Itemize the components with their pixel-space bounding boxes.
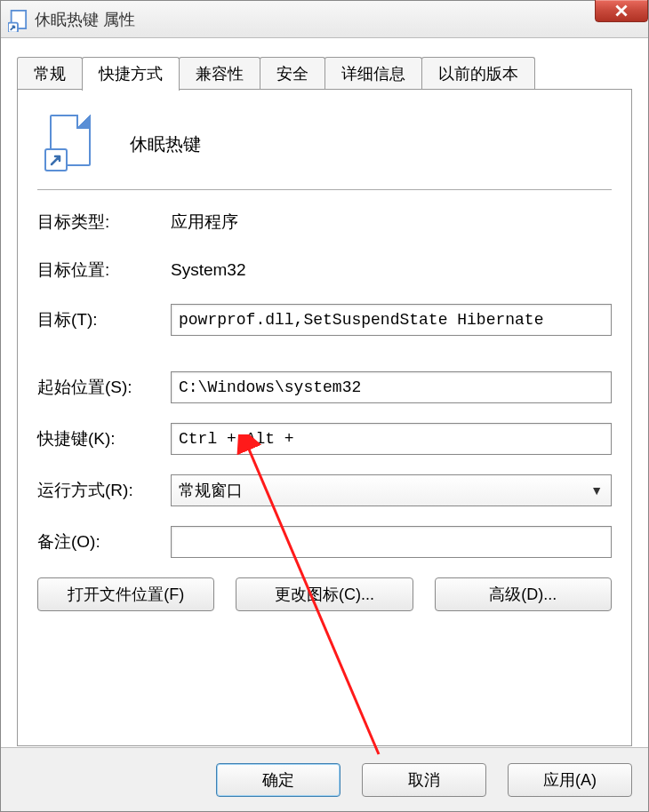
tab-general[interactable]: 常规 <box>17 57 83 90</box>
properties-dialog: 休眠热键 属性 常规 快捷方式 兼容性 安全 详细信息 以前的版本 休眠热键 目… <box>0 0 649 812</box>
tab-previous[interactable]: 以前的版本 <box>421 57 535 90</box>
titlebar: 休眠热键 属性 <box>1 1 648 38</box>
value-target-location: System32 <box>171 260 612 280</box>
label-shortcut-key: 快捷键(K): <box>37 427 171 450</box>
shortcut-header: 休眠热键 <box>37 115 612 190</box>
tab-security[interactable]: 安全 <box>260 57 325 90</box>
start-in-input[interactable] <box>171 371 612 403</box>
label-start-in: 起始位置(S): <box>37 376 171 399</box>
shortcut-key-input[interactable] <box>171 423 612 455</box>
ok-button[interactable]: 确定 <box>216 763 341 797</box>
label-target: 目标(T): <box>37 308 171 331</box>
change-icon-button[interactable]: 更改图标(C)... <box>236 577 413 611</box>
dialog-footer: 确定 取消 应用(A) <box>1 747 648 811</box>
tab-shortcut[interactable]: 快捷方式 <box>82 57 180 91</box>
close-button[interactable] <box>595 0 648 22</box>
tab-compat[interactable]: 兼容性 <box>179 57 260 90</box>
target-input[interactable] <box>171 304 612 336</box>
apply-button[interactable]: 应用(A) <box>508 763 632 797</box>
label-run: 运行方式(R): <box>37 479 171 502</box>
window-icon <box>8 10 28 29</box>
open-file-location-button[interactable]: 打开文件位置(F) <box>37 577 214 611</box>
value-target-type: 应用程序 <box>171 211 612 234</box>
comment-input[interactable] <box>171 526 612 558</box>
label-comment: 备注(O): <box>37 530 171 553</box>
advanced-button[interactable]: 高级(D)... <box>435 577 612 611</box>
label-target-type: 目标类型: <box>37 211 171 234</box>
tab-details[interactable]: 详细信息 <box>324 57 422 90</box>
cancel-button[interactable]: 取消 <box>362 763 486 797</box>
tab-panel: 休眠热键 目标类型: 应用程序 目标位置: System32 目标(T): 起始… <box>17 89 632 746</box>
label-target-location: 目标位置: <box>37 259 171 282</box>
shortcut-file-icon <box>44 115 96 173</box>
window-title: 休眠热键 属性 <box>35 9 135 30</box>
tabstrip: 常规 快捷方式 兼容性 安全 详细信息 以前的版本 <box>1 38 648 90</box>
run-mode-select[interactable]: 常规窗口 <box>171 474 612 506</box>
shortcut-name: 休眠热键 <box>130 132 201 156</box>
